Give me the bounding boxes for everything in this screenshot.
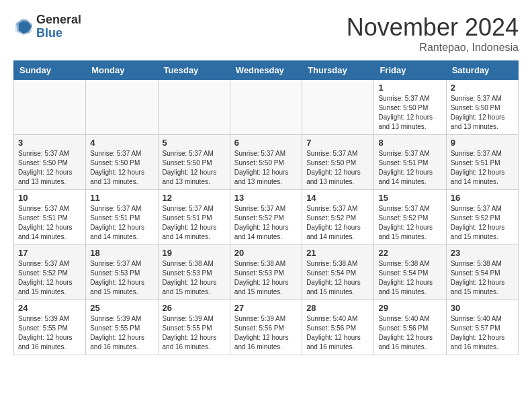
calendar-week-row: 1Sunrise: 5:37 AM Sunset: 5:50 PM Daylig…: [14, 80, 519, 135]
page-header: General Blue November 2024 Rantepao, Ind…: [13, 13, 519, 54]
day-number: 7: [306, 138, 369, 148]
calendar-day-cell: [158, 80, 230, 135]
day-info: Sunrise: 5:38 AM Sunset: 5:54 PM Dayligh…: [306, 259, 369, 297]
day-info: Sunrise: 5:38 AM Sunset: 5:53 PM Dayligh…: [234, 259, 298, 297]
calendar-day-cell: 19Sunrise: 5:38 AM Sunset: 5:53 PM Dayli…: [158, 245, 230, 300]
day-number: 22: [378, 248, 441, 258]
day-info: Sunrise: 5:39 AM Sunset: 5:55 PM Dayligh…: [90, 314, 153, 352]
calendar-day-cell: 24Sunrise: 5:39 AM Sunset: 5:55 PM Dayli…: [14, 300, 86, 355]
day-number: 15: [378, 193, 441, 203]
calendar-day-cell: 28Sunrise: 5:40 AM Sunset: 5:56 PM Dayli…: [302, 300, 374, 355]
day-number: 3: [18, 138, 81, 148]
day-number: 9: [451, 138, 514, 148]
day-info: Sunrise: 5:40 AM Sunset: 5:56 PM Dayligh…: [306, 314, 369, 352]
logo-text: General Blue: [36, 13, 81, 40]
day-number: 2: [451, 83, 514, 93]
calendar-day-cell: 30Sunrise: 5:40 AM Sunset: 5:57 PM Dayli…: [446, 300, 518, 355]
day-number: 14: [306, 193, 369, 203]
day-info: Sunrise: 5:40 AM Sunset: 5:56 PM Dayligh…: [378, 314, 441, 352]
day-info: Sunrise: 5:37 AM Sunset: 5:52 PM Dayligh…: [18, 259, 81, 297]
calendar-day-cell: 10Sunrise: 5:37 AM Sunset: 5:51 PM Dayli…: [14, 190, 86, 245]
calendar-day-cell: 9Sunrise: 5:37 AM Sunset: 5:51 PM Daylig…: [446, 135, 518, 190]
day-number: 6: [234, 138, 298, 148]
month-title: November 2024: [347, 13, 519, 42]
day-info: Sunrise: 5:39 AM Sunset: 5:55 PM Dayligh…: [163, 314, 226, 352]
calendar-day-cell: [302, 80, 374, 135]
day-info: Sunrise: 5:37 AM Sunset: 5:53 PM Dayligh…: [90, 259, 153, 297]
day-info: Sunrise: 5:37 AM Sunset: 5:51 PM Dayligh…: [90, 204, 153, 242]
day-info: Sunrise: 5:39 AM Sunset: 5:56 PM Dayligh…: [234, 314, 298, 352]
calendar-day-cell: 23Sunrise: 5:38 AM Sunset: 5:54 PM Dayli…: [446, 245, 518, 300]
calendar-day-cell: [14, 80, 86, 135]
day-info: Sunrise: 5:37 AM Sunset: 5:52 PM Dayligh…: [378, 204, 441, 242]
day-number: 16: [451, 193, 514, 203]
calendar-day-cell: 4Sunrise: 5:37 AM Sunset: 5:50 PM Daylig…: [86, 135, 158, 190]
logo: General Blue: [13, 13, 81, 40]
day-info: Sunrise: 5:37 AM Sunset: 5:50 PM Dayligh…: [451, 94, 514, 132]
day-number: 27: [234, 303, 298, 313]
day-info: Sunrise: 5:37 AM Sunset: 5:52 PM Dayligh…: [451, 204, 514, 242]
day-info: Sunrise: 5:37 AM Sunset: 5:50 PM Dayligh…: [378, 94, 441, 132]
calendar-day-cell: 5Sunrise: 5:37 AM Sunset: 5:50 PM Daylig…: [158, 135, 230, 190]
day-header-wednesday: Wednesday: [230, 61, 302, 80]
title-section: November 2024 Rantepao, Indonesia: [347, 13, 519, 54]
day-number: 23: [451, 248, 514, 258]
day-number: 1: [378, 83, 441, 93]
calendar-day-cell: 20Sunrise: 5:38 AM Sunset: 5:53 PM Dayli…: [230, 245, 302, 300]
logo-general: General: [36, 13, 81, 27]
day-header-thursday: Thursday: [302, 61, 374, 80]
location: Rantepao, Indonesia: [347, 42, 519, 54]
day-info: Sunrise: 5:37 AM Sunset: 5:52 PM Dayligh…: [306, 204, 369, 242]
calendar-day-cell: 17Sunrise: 5:37 AM Sunset: 5:52 PM Dayli…: [14, 245, 86, 300]
calendar-day-cell: 6Sunrise: 5:37 AM Sunset: 5:50 PM Daylig…: [230, 135, 302, 190]
calendar-day-cell: 26Sunrise: 5:39 AM Sunset: 5:55 PM Dayli…: [158, 300, 230, 355]
calendar-day-cell: 18Sunrise: 5:37 AM Sunset: 5:53 PM Dayli…: [86, 245, 158, 300]
logo-blue: Blue: [36, 27, 81, 40]
calendar-table: SundayMondayTuesdayWednesdayThursdayFrid…: [13, 60, 519, 355]
calendar-day-cell: 25Sunrise: 5:39 AM Sunset: 5:55 PM Dayli…: [86, 300, 158, 355]
day-number: 12: [163, 193, 226, 203]
calendar-day-cell: 3Sunrise: 5:37 AM Sunset: 5:50 PM Daylig…: [14, 135, 86, 190]
day-info: Sunrise: 5:38 AM Sunset: 5:53 PM Dayligh…: [163, 259, 226, 297]
day-number: 20: [234, 248, 298, 258]
day-info: Sunrise: 5:37 AM Sunset: 5:51 PM Dayligh…: [378, 149, 441, 187]
day-number: 10: [18, 193, 81, 203]
calendar-day-cell: [86, 80, 158, 135]
day-number: 30: [451, 303, 514, 313]
calendar-day-cell: 16Sunrise: 5:37 AM Sunset: 5:52 PM Dayli…: [446, 190, 518, 245]
day-header-friday: Friday: [374, 61, 446, 80]
day-number: 13: [234, 193, 298, 203]
calendar-header-row: SundayMondayTuesdayWednesdayThursdayFrid…: [14, 61, 519, 80]
day-info: Sunrise: 5:40 AM Sunset: 5:57 PM Dayligh…: [451, 314, 514, 352]
day-info: Sunrise: 5:37 AM Sunset: 5:51 PM Dayligh…: [18, 204, 81, 242]
day-number: 26: [163, 303, 226, 313]
calendar-week-row: 17Sunrise: 5:37 AM Sunset: 5:52 PM Dayli…: [14, 245, 519, 300]
day-header-saturday: Saturday: [446, 61, 518, 80]
day-number: 29: [378, 303, 441, 313]
day-info: Sunrise: 5:37 AM Sunset: 5:50 PM Dayligh…: [18, 149, 81, 187]
day-info: Sunrise: 5:38 AM Sunset: 5:54 PM Dayligh…: [451, 259, 514, 297]
day-number: 17: [18, 248, 81, 258]
day-info: Sunrise: 5:37 AM Sunset: 5:50 PM Dayligh…: [234, 149, 298, 187]
day-number: 25: [90, 303, 153, 313]
day-number: 5: [163, 138, 226, 148]
calendar-week-row: 10Sunrise: 5:37 AM Sunset: 5:51 PM Dayli…: [14, 190, 519, 245]
day-info: Sunrise: 5:37 AM Sunset: 5:52 PM Dayligh…: [234, 204, 298, 242]
logo-icon: [13, 17, 34, 37]
calendar-day-cell: 7Sunrise: 5:37 AM Sunset: 5:50 PM Daylig…: [302, 135, 374, 190]
calendar-day-cell: 27Sunrise: 5:39 AM Sunset: 5:56 PM Dayli…: [230, 300, 302, 355]
calendar-day-cell: 29Sunrise: 5:40 AM Sunset: 5:56 PM Dayli…: [374, 300, 446, 355]
calendar-day-cell: 1Sunrise: 5:37 AM Sunset: 5:50 PM Daylig…: [374, 80, 446, 135]
day-header-tuesday: Tuesday: [158, 61, 230, 80]
day-info: Sunrise: 5:38 AM Sunset: 5:54 PM Dayligh…: [378, 259, 441, 297]
day-number: 11: [90, 193, 153, 203]
calendar-day-cell: [230, 80, 302, 135]
day-info: Sunrise: 5:37 AM Sunset: 5:51 PM Dayligh…: [451, 149, 514, 187]
day-number: 4: [90, 138, 153, 148]
day-number: 19: [163, 248, 226, 258]
day-header-monday: Monday: [86, 61, 158, 80]
day-info: Sunrise: 5:37 AM Sunset: 5:50 PM Dayligh…: [306, 149, 369, 187]
calendar-week-row: 3Sunrise: 5:37 AM Sunset: 5:50 PM Daylig…: [14, 135, 519, 190]
day-number: 21: [306, 248, 369, 258]
day-info: Sunrise: 5:37 AM Sunset: 5:50 PM Dayligh…: [90, 149, 153, 187]
